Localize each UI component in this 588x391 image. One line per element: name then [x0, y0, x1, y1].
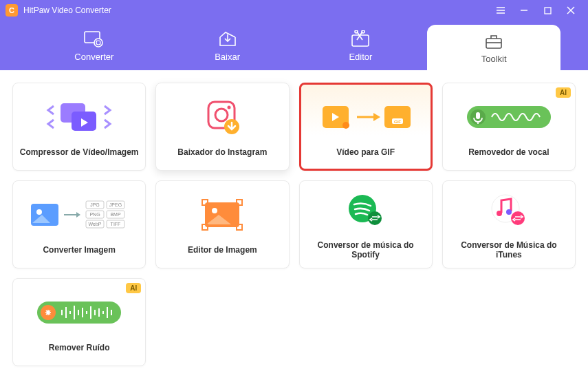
- spotify-icon: [300, 189, 432, 231]
- minimize-icon: [520, 6, 528, 14]
- svg-text:PNG: PNG: [90, 212, 100, 217]
- close-button[interactable]: [559, 0, 582, 21]
- svg-text:JPEG: JPEG: [109, 202, 122, 207]
- close-icon: [567, 6, 575, 14]
- app-title: HitPaw Video Converter: [23, 6, 489, 15]
- vocal-icon: [443, 96, 575, 138]
- itunes-icon: [443, 189, 575, 231]
- tab-label: Converter: [74, 52, 113, 62]
- instagram-icon: [156, 96, 288, 138]
- svg-text:WebP: WebP: [89, 222, 102, 226]
- card-label: Vídeo para GIF: [332, 147, 399, 157]
- editor-icon: [350, 30, 371, 49]
- toolkit-icon: [483, 32, 504, 51]
- card-convert-image[interactable]: JPG JPEG PNG BMP WebP TIFF Converter Ima…: [12, 180, 146, 268]
- svg-rect-13: [486, 39, 501, 48]
- svg-point-24: [342, 122, 349, 129]
- toolkit-grid: Compressor de Vídeo/Imagem Baixador do I…: [12, 83, 576, 366]
- card-vocal-remover[interactable]: AI Removedor de vocal: [442, 83, 576, 171]
- svg-marker-25: [373, 113, 380, 121]
- svg-point-57: [506, 209, 512, 215]
- svg-point-48: [212, 208, 217, 213]
- tab-label: Toolkit: [481, 54, 507, 64]
- card-noise-remover[interactable]: AI Remover Ruído: [12, 278, 146, 366]
- maximize-icon: [544, 7, 552, 14]
- card-label: Conversor de Música do iTunes: [443, 240, 575, 260]
- svg-rect-4: [545, 8, 551, 14]
- card-label: Compressor de Vídeo/Imagem: [16, 147, 143, 157]
- ai-badge: AI: [126, 283, 141, 293]
- svg-text:TIFF: TIFF: [111, 222, 121, 226]
- card-spotify[interactable]: Conversor de música do Spotify: [299, 180, 433, 268]
- tab-baixar[interactable]: Baixar: [161, 21, 294, 70]
- tab-label: Baixar: [215, 52, 240, 62]
- card-label: Converter Imagem: [39, 245, 119, 255]
- tab-editor[interactable]: Editor: [294, 21, 428, 70]
- svg-point-12: [362, 30, 364, 33]
- video-gif-icon: GIF: [301, 96, 431, 138]
- card-compressor[interactable]: Compressor de Vídeo/Imagem: [12, 83, 146, 171]
- tab-converter[interactable]: Converter: [28, 21, 161, 70]
- svg-text:BMP: BMP: [111, 212, 122, 217]
- svg-rect-26: [384, 106, 411, 128]
- converter-icon: [83, 30, 105, 49]
- svg-marker-34: [76, 212, 80, 218]
- titlebar: C HitPaw Video Converter: [0, 0, 588, 21]
- app-logo: C: [6, 4, 18, 17]
- tab-label: Editor: [349, 52, 372, 62]
- tab-toolkit[interactable]: Toolkit: [427, 25, 560, 70]
- card-label: Conversor de música do Spotify: [300, 240, 432, 260]
- edit-image-icon: [156, 194, 288, 235]
- svg-point-8: [94, 39, 102, 47]
- download-icon: [217, 30, 238, 49]
- card-label: Remover Ruído: [45, 343, 114, 352]
- card-instagram[interactable]: Baixador do Instagram: [155, 83, 289, 171]
- toolkit-content: Compressor de Vídeo/Imagem Baixador do I…: [0, 70, 588, 391]
- svg-point-11: [355, 30, 358, 33]
- svg-point-58: [511, 211, 525, 225]
- menu-icon: [496, 6, 505, 15]
- maximize-button[interactable]: [536, 0, 559, 21]
- svg-point-20: [228, 106, 231, 109]
- svg-text:GIF: GIF: [394, 120, 401, 124]
- main-nav: Converter Baixar Editor Toolkit: [0, 21, 588, 70]
- compressor-icon: [13, 96, 145, 138]
- card-label: Editor de Imagem: [184, 245, 261, 255]
- svg-text:JPG: JPG: [90, 202, 100, 207]
- card-itunes[interactable]: Conversor de Música do iTunes: [442, 180, 576, 268]
- card-label: Baixador do Instagram: [173, 147, 271, 157]
- svg-point-54: [368, 211, 382, 225]
- svg-rect-31: [476, 112, 480, 119]
- minimize-button[interactable]: [512, 0, 536, 21]
- noise-icon: [13, 292, 145, 333]
- svg-point-56: [497, 211, 502, 216]
- card-label: Removedor de vocal: [464, 147, 553, 157]
- svg-point-33: [36, 209, 42, 215]
- card-edit-image[interactable]: Editor de Imagem: [155, 180, 289, 268]
- settings-button[interactable]: [489, 0, 512, 21]
- convert-image-icon: JPG JPEG PNG BMP WebP TIFF: [13, 194, 145, 235]
- card-video-gif[interactable]: GIF Vídeo para GIF: [299, 83, 433, 171]
- ai-badge: AI: [556, 87, 571, 98]
